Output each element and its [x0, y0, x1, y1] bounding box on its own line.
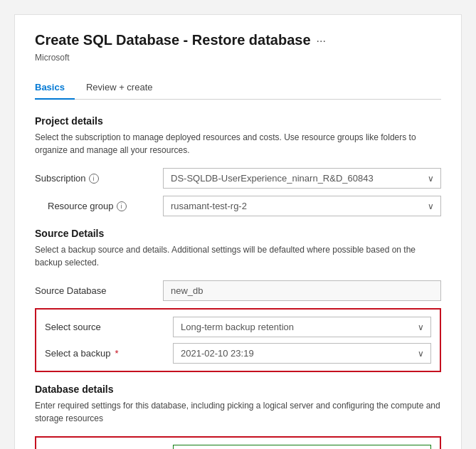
- select-backup-dropdown-wrapper: 2021-02-10 23:19 ∨: [173, 343, 431, 364]
- source-details-desc: Select a backup source and details. Addi…: [35, 243, 441, 269]
- db-name-input-wrapper: ✓: [173, 445, 431, 449]
- source-database-label: Source Database: [35, 285, 163, 296]
- tab-bar: Basics Review + create: [35, 75, 441, 100]
- db-name-input[interactable]: [173, 445, 431, 449]
- resource-group-dropdown-wrapper: rusamant-test-rg-2 ∨: [163, 196, 441, 216]
- tab-basics[interactable]: Basics: [35, 76, 75, 100]
- subscription-dropdown[interactable]: DS-SQLDB-UserExperience_ninarn_R&D_60843: [163, 168, 441, 189]
- select-source-label: Select source: [45, 322, 173, 332]
- source-details-section: Source Details Select a backup source an…: [35, 228, 441, 372]
- subscription-label: Subscription i: [35, 173, 163, 184]
- resource-group-info-icon[interactable]: i: [117, 201, 127, 211]
- main-card: Create SQL Database - Restore database ·…: [14, 14, 462, 449]
- tab-review-create[interactable]: Review + create: [86, 76, 163, 100]
- subscription-row: Subscription i DS-SQLDB-UserExperience_n…: [35, 168, 441, 189]
- source-database-row: Source Database: [35, 280, 441, 301]
- project-details-title: Project details: [35, 115, 441, 127]
- source-database-input: [163, 280, 441, 301]
- subscription-dropdown-wrapper: DS-SQLDB-UserExperience_ninarn_R&D_60843…: [163, 168, 441, 189]
- project-details-desc: Select the subscription to manage deploy…: [35, 131, 441, 157]
- db-name-row: Database name * ✓: [45, 445, 431, 449]
- source-highlighted-section: Select source Long-term backup retention…: [35, 308, 441, 372]
- resource-group-row: Resource group i rusamant-test-rg-2 ∨: [35, 196, 441, 216]
- resource-group-label: Resource group i: [35, 201, 163, 211]
- source-details-title: Source Details: [35, 228, 441, 239]
- select-backup-dropdown[interactable]: 2021-02-10 23:19: [173, 343, 431, 364]
- select-backup-label: Select a backup *: [45, 348, 173, 359]
- select-source-dropdown-wrapper: Long-term backup retention ∨: [173, 317, 431, 337]
- database-details-desc: Enter required settings for this databas…: [35, 399, 441, 425]
- select-source-dropdown[interactable]: Long-term backup retention: [173, 317, 431, 337]
- page-title: Create SQL Database - Restore database: [35, 32, 311, 48]
- page-subtitle: Microsoft: [35, 53, 441, 63]
- database-details-section: Database details Enter required settings…: [35, 384, 441, 449]
- database-details-title: Database details: [35, 384, 441, 395]
- subscription-info-icon[interactable]: i: [89, 174, 99, 184]
- resource-group-dropdown[interactable]: rusamant-test-rg-2: [163, 196, 441, 216]
- db-name-highlighted-section: Database name * ✓: [35, 436, 441, 449]
- select-source-row: Select source Long-term backup retention…: [45, 317, 431, 337]
- project-details-section: Project details Select the subscription …: [35, 115, 441, 216]
- more-options-icon[interactable]: ···: [317, 35, 326, 48]
- select-backup-required-star: *: [115, 348, 119, 359]
- select-backup-row: Select a backup * 2021-02-10 23:19 ∨: [45, 343, 431, 364]
